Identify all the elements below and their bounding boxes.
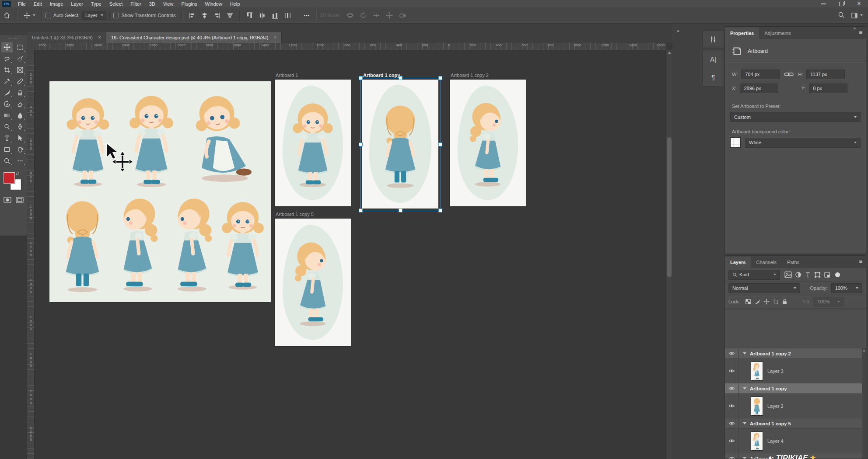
move-tool[interactable] [1, 42, 13, 52]
height-field[interactable]: 1137 px [806, 70, 845, 79]
eyedropper-tool[interactable] [1, 76, 13, 87]
blend-mode-dropdown[interactable]: Normal [728, 283, 800, 293]
move-tool-preset-button[interactable] [21, 9, 38, 22]
menu-item-plugins[interactable]: Plugins [177, 1, 201, 7]
artboard-1-copy-5[interactable] [275, 219, 351, 346]
marquee-tool[interactable] [14, 42, 26, 52]
artboard-preset-dropdown[interactable]: Custom [730, 112, 861, 122]
selection-handle[interactable] [399, 209, 402, 212]
tab-channels[interactable]: Channels [751, 257, 781, 268]
chevron-down-icon[interactable] [743, 422, 746, 424]
distribute-top-edges-button[interactable] [243, 9, 256, 22]
layer-thumbnail[interactable] [751, 431, 763, 451]
document-tab-character-design[interactable]: 16- Consistent Character design.psd @ 40… [106, 32, 282, 43]
tab-close-icon[interactable]: × [98, 35, 101, 41]
search-icon[interactable] [838, 11, 845, 19]
foreground-color-swatch[interactable] [4, 172, 15, 184]
lock-position-icon[interactable] [763, 299, 770, 305]
filter-smart-objects-icon[interactable] [824, 271, 830, 278]
panel-menu-icon[interactable]: ≡ [859, 30, 862, 35]
clone-stamp-tool[interactable] [14, 87, 26, 98]
align-right-edges-button[interactable] [211, 9, 224, 22]
opacity-field[interactable]: 100% [831, 283, 862, 293]
filter-shape-layers-icon[interactable] [814, 271, 821, 278]
tab-layers[interactable]: Layers [725, 257, 751, 268]
visibility-eye-icon[interactable] [725, 359, 738, 383]
scrollbar-thumb[interactable] [667, 137, 672, 277]
zoom-tool[interactable] [1, 156, 13, 166]
lock-transparency-icon[interactable] [745, 299, 751, 305]
workspace-switcher-button[interactable] [851, 12, 863, 19]
distribute-spacing-button[interactable] [281, 9, 294, 22]
paragraph-panel-icon[interactable]: ¶ [706, 70, 721, 84]
gradient-tool[interactable] [1, 110, 13, 121]
crop-tool[interactable] [1, 65, 13, 75]
toolbar-grip[interactable] [8, 38, 19, 39]
visibility-eye-icon[interactable] [725, 418, 738, 428]
artboard-reference-sheet[interactable] [49, 81, 271, 302]
lock-image-icon[interactable] [754, 299, 760, 305]
lock-all-icon[interactable] [782, 299, 788, 305]
3d-pan-icon[interactable] [370, 9, 383, 22]
align-horizontal-centers-button[interactable] [198, 9, 211, 22]
menu-item-edit[interactable]: Edit [30, 1, 46, 7]
layer-group-row[interactable]: Artboard 1 copy 2 [725, 348, 862, 359]
selection-handle[interactable] [438, 143, 442, 146]
artboard-bg-color-dropdown[interactable]: White [745, 138, 861, 148]
more-tools-button[interactable] [14, 156, 26, 166]
visibility-eye-icon[interactable] [725, 453, 738, 459]
layer-filter-toggle[interactable] [835, 272, 840, 277]
layer-row[interactable]: Layer 3 [725, 359, 862, 383]
swap-colors-icon[interactable]: ⇄ [16, 171, 19, 176]
menu-item-select[interactable]: Select [105, 1, 127, 7]
3d-camera-icon[interactable] [396, 9, 409, 22]
visibility-eye-icon[interactable] [725, 348, 738, 358]
show-transform-checkbox[interactable] [113, 13, 119, 18]
width-field[interactable]: 704 px [741, 70, 780, 79]
y-field[interactable]: 0 px [809, 83, 847, 93]
expand-panels-icon[interactable]: » [853, 25, 856, 31]
3d-slide-icon[interactable] [383, 9, 396, 22]
quick-selection-tool[interactable] [14, 53, 26, 64]
chevron-down-icon[interactable] [743, 457, 746, 459]
layer-row[interactable]: Layer 4 [725, 429, 862, 453]
close-icon[interactable]: ✕ [857, 1, 861, 6]
dodge-tool[interactable] [1, 122, 13, 132]
visibility-eye-icon[interactable] [725, 394, 738, 418]
history-brush-tool[interactable] [1, 99, 13, 109]
auto-select-target-dropdown[interactable]: Layer [82, 11, 107, 20]
canvas-vertical-scrollbar[interactable] [666, 50, 672, 459]
chevron-down-icon[interactable] [743, 352, 746, 355]
artboard-label-selected[interactable]: Artboard 1 copy [363, 73, 400, 78]
menu-item-help[interactable]: Help [226, 1, 244, 7]
layer-group-row[interactable]: Artboard 1 copy 5 [725, 418, 862, 429]
link-dimensions-icon[interactable] [784, 71, 794, 77]
selection-handle[interactable] [438, 209, 442, 212]
artboard-label[interactable]: Artboard 1 [276, 73, 298, 78]
restore-icon[interactable] [839, 2, 844, 6]
more-options-button[interactable]: ••• [301, 9, 313, 22]
x-field[interactable]: 2896 px [740, 83, 778, 93]
layers-scrollbar[interactable] [862, 348, 866, 459]
tab-close-icon[interactable]: × [273, 35, 276, 41]
filter-type-layers-icon[interactable] [805, 271, 811, 278]
path-selection-tool[interactable] [14, 133, 26, 143]
menu-item-3d[interactable]: 3D [145, 1, 159, 7]
menu-item-filter[interactable]: Filter [126, 1, 145, 7]
artboard-1-copy-2[interactable] [450, 80, 526, 206]
tab-properties[interactable]: Properties [725, 28, 759, 39]
artboard-bg-color-swatch[interactable] [730, 137, 741, 148]
chevron-down-icon[interactable] [743, 387, 746, 389]
screen-mode-button[interactable] [16, 197, 24, 205]
frame-tool[interactable] [14, 65, 26, 75]
collapse-panels-icon[interactable]: « [677, 28, 679, 33]
ruler-origin-corner[interactable] [27, 43, 35, 50]
menu-item-layer[interactable]: Layer [67, 1, 87, 7]
menu-item-image[interactable]: Image [46, 1, 67, 7]
fill-field[interactable]: 100% [813, 297, 844, 307]
filter-pixel-layers-icon[interactable] [784, 271, 792, 278]
character-panel-icon[interactable]: A| [706, 52, 721, 66]
rectangle-tool[interactable] [1, 144, 13, 155]
artboard-label[interactable]: Artboard 1 copy 2 [451, 73, 489, 78]
menu-item-window[interactable]: Window [201, 1, 226, 7]
